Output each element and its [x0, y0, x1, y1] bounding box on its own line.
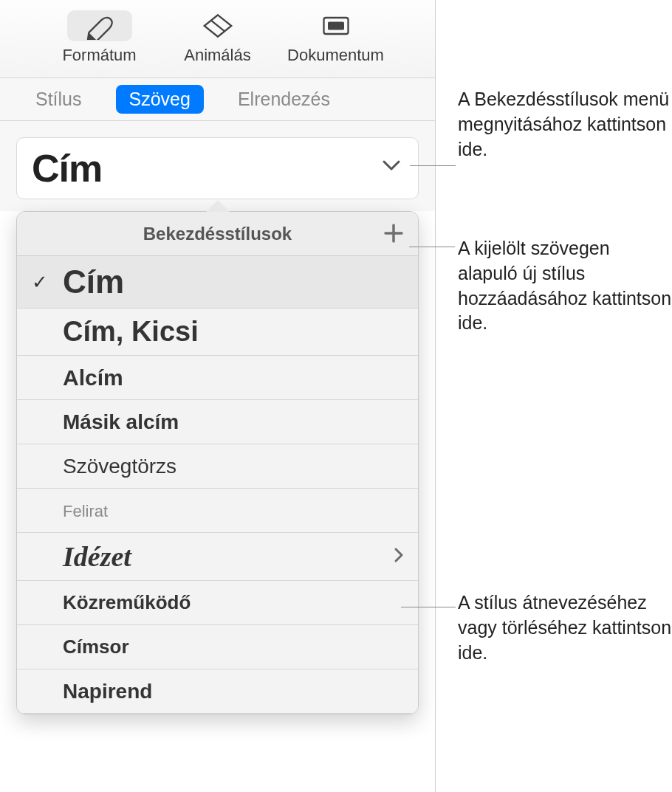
paintbrush-icon — [67, 10, 132, 41]
subtabs: Stílus Szöveg Elrendezés — [0, 78, 435, 121]
current-style-name: Cím — [32, 146, 102, 190]
tab-layout[interactable]: Elrendezés — [224, 85, 343, 114]
callout-add-style: A kijelölt szövegen alapuló új stílus ho… — [458, 236, 672, 336]
paragraph-styles-popover: Bekezdésstílusok ✓CímCím, KicsiAlcímMási… — [16, 211, 419, 714]
slide-icon — [320, 10, 352, 41]
callout-rename-delete: A stílus átnevezéséhez vagy törléséhez k… — [458, 590, 672, 665]
format-label: Formátum — [62, 46, 136, 65]
document-label: Dokumentum — [287, 46, 384, 65]
style-item-label: Cím — [63, 264, 124, 300]
style-list: ✓CímCím, KicsiAlcímMásik alcímSzövegtörz… — [17, 256, 418, 714]
style-item[interactable]: Szövegtörzs — [17, 444, 418, 489]
add-style-button[interactable] — [383, 222, 406, 246]
style-item[interactable]: ✓Cím — [17, 256, 418, 309]
style-item[interactable]: Idézet — [17, 533, 418, 581]
document-button[interactable]: Dokumentum — [281, 10, 391, 65]
style-item-label: Másik alcím — [63, 410, 179, 434]
tab-style[interactable]: Stílus — [22, 85, 95, 114]
chevron-right-icon[interactable] — [393, 547, 405, 566]
popover-pointer — [206, 200, 230, 212]
popover-header: Bekezdésstílusok — [17, 212, 418, 256]
paragraph-style-selector[interactable]: Cím — [16, 137, 419, 199]
callout-line — [410, 165, 456, 166]
toolbar: Formátum Animálás Dokumentum — [0, 0, 435, 78]
paragraph-style-container: Cím — [0, 121, 435, 211]
callout-line — [401, 607, 456, 607]
animate-button[interactable]: Animálás — [162, 10, 273, 65]
popover-title: Bekezdésstílusok — [143, 224, 292, 244]
inspector-panel: Formátum Animálás Dokumentum Stílus Szöv… — [0, 0, 436, 792]
style-item-label: Idézet — [63, 540, 131, 573]
style-item[interactable]: Cím, Kicsi — [17, 309, 418, 356]
animate-label: Animálás — [184, 46, 250, 65]
callout-line — [409, 247, 455, 247]
style-item[interactable]: Alcím — [17, 356, 418, 400]
style-item[interactable]: Közreműködő — [17, 581, 418, 625]
style-item-label: Közreműködő — [63, 591, 191, 614]
svg-rect-1 — [328, 22, 344, 30]
tab-text[interactable]: Szöveg — [116, 85, 204, 114]
style-item-label: Szövegtörzs — [63, 455, 176, 478]
style-item-label: Cím, Kicsi — [63, 316, 199, 348]
style-item-label: Felirat — [63, 500, 108, 521]
plus-icon — [383, 222, 405, 244]
style-item[interactable]: Másik alcím — [17, 400, 418, 444]
style-item-label: Alcím — [63, 365, 123, 390]
chevron-down-icon — [381, 156, 402, 178]
callout-open-menu: A Bekezdésstílusok menü megnyitásához ka… — [458, 87, 672, 162]
style-item[interactable]: Napirend — [17, 669, 418, 714]
style-item-label: Címsor — [63, 636, 129, 658]
format-button[interactable]: Formátum — [44, 10, 155, 65]
check-icon: ✓ — [32, 271, 48, 294]
style-item[interactable]: Felirat — [17, 489, 418, 533]
style-item[interactable]: Címsor — [17, 625, 418, 669]
style-item-label: Napirend — [63, 680, 152, 703]
diamond-icon — [202, 10, 234, 41]
